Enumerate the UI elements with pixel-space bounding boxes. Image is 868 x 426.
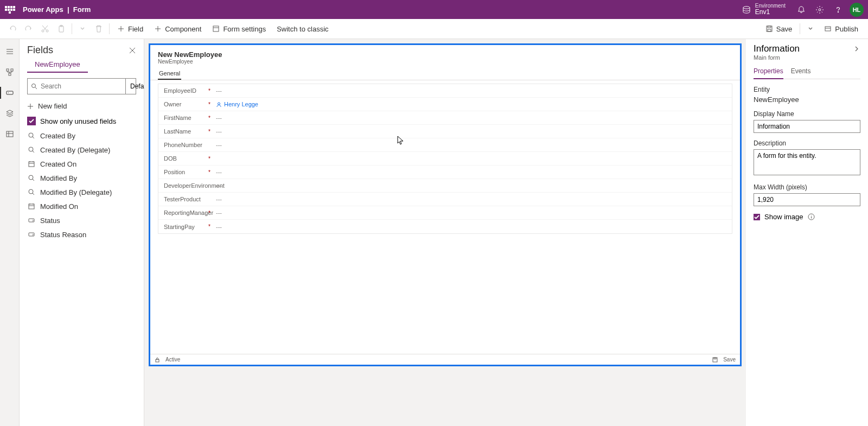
tab-general[interactable]: General [158,68,181,80]
tab-events[interactable]: Events [791,65,811,79]
form-section[interactable]: EmployeeID*---Owner*Henry LeggeFirstName… [158,84,732,234]
field-item[interactable]: Status Reason [20,227,144,241]
paste-dropdown[interactable] [74,21,91,37]
show-image-toggle[interactable]: Show image [754,213,860,221]
field-label: FirstName [164,115,208,121]
field-value: --- [216,182,222,189]
field-label: DeveloperEnvironment [164,182,208,189]
svg-point-4 [46,30,48,32]
svg-rect-7 [213,26,219,31]
fields-panel: Fields NewEmployee Default New field S [20,39,144,426]
field-item-label: Created On [40,160,76,168]
field-item[interactable]: Created By (Delegate) [20,143,144,157]
field-value: --- [216,115,222,121]
field-label: TesterProduct [164,196,208,202]
description-input[interactable] [754,149,860,175]
owner-value: Henry Legge [224,101,258,107]
form-field-row[interactable]: Owner*Henry Legge [158,98,732,111]
svg-rect-27 [156,359,159,362]
publish-button[interactable]: Publish [819,21,864,37]
add-field-button[interactable]: Field [112,21,149,37]
svg-rect-9 [768,26,771,28]
form-field-row[interactable]: TesterProduct--- [158,193,732,206]
field-item-label: Status [40,217,60,225]
form-field-row[interactable]: FirstName*--- [158,111,732,125]
add-component-button[interactable]: Component [149,21,207,37]
field-item-label: Modified By [40,174,77,182]
props-tabs: Properties Events [754,65,860,79]
svg-rect-20 [29,162,34,167]
footer-lock-icon [155,357,160,363]
form-canvas[interactable]: New NewEmployee NewEmployee General Empl… [149,43,742,366]
waffle-icon[interactable] [4,4,15,15]
svg-rect-28 [713,358,717,362]
cut-button[interactable] [37,21,53,37]
notifications-icon[interactable] [792,0,810,19]
entity-label: Entity [754,86,860,93]
field-item[interactable]: Modified By [20,171,144,185]
rail-data-icon[interactable] [0,125,20,143]
chevron-right-icon[interactable] [853,45,860,53]
form-field-row[interactable]: DeveloperEnvironment--- [158,179,732,193]
env-label: Environment [755,3,786,9]
field-item[interactable]: Created On [20,157,144,171]
rail-hamburger[interactable] [0,42,20,61]
svg-point-18 [29,133,33,137]
close-icon[interactable] [129,47,136,54]
maxwidth-label: Max Width (pixels) [754,183,860,191]
tab-properties[interactable]: Properties [754,65,783,79]
save-dropdown[interactable] [802,21,819,37]
footer-save-icon [712,357,718,363]
help-icon[interactable] [829,0,847,19]
settings-icon[interactable] [810,0,829,19]
info-icon [808,213,815,220]
form-field-row[interactable]: EmployeeID*--- [158,84,732,98]
environment-picker[interactable]: Environment Env1 [742,3,786,16]
field-value: --- [216,224,222,230]
form-field-row[interactable]: LastName*--- [158,125,732,138]
canvas-subtitle: NewEmployee [158,59,732,65]
svg-rect-13 [11,69,13,71]
field-label: EmployeeID [164,87,208,94]
search-input[interactable] [41,82,122,90]
redo-button[interactable] [21,21,37,37]
field-item-label: Status Reason [40,231,86,239]
field-item[interactable]: Modified On [20,199,144,213]
switch-classic-button[interactable]: Switch to classic [271,21,334,37]
datetime-icon [27,202,36,211]
canvas-wrap: New NewEmployee NewEmployee General Empl… [144,39,746,426]
display-name-label: Display Name [754,110,860,118]
rail-tree-icon[interactable] [0,63,20,81]
display-name-input[interactable] [754,120,860,133]
form-field-row[interactable]: StartingPay*--- [158,220,732,233]
form-settings-button[interactable]: Form settings [207,21,271,37]
field-item[interactable]: Modified By (Delegate) [20,185,144,199]
rail-components-icon[interactable] [0,104,20,123]
show-unused-toggle[interactable]: Show only unused fields [20,113,144,129]
form-field-row[interactable]: DOB* [158,152,732,166]
lookup-icon [27,174,36,182]
app-title: Power Apps | Form [23,5,91,14]
paste-button[interactable] [53,21,69,37]
form-field-row[interactable]: PhoneNumber--- [158,138,732,152]
save-button[interactable]: Save [760,21,798,37]
svg-point-26 [218,103,220,105]
field-item-label: Created By [40,132,75,140]
rail-fields-icon[interactable] [0,84,20,102]
field-item[interactable]: Status [20,213,144,227]
lookup-icon [27,131,36,140]
svg-rect-11 [825,27,831,31]
field-item[interactable]: Created By [20,129,144,143]
checkbox-checked-icon [27,117,36,125]
form-field-row[interactable]: ReportingManager*--- [158,206,732,220]
undo-button[interactable] [4,21,21,37]
user-avatar[interactable]: HL [850,3,864,17]
search-row: Default [27,78,136,94]
new-field-button[interactable]: New field [20,99,144,113]
entity-name[interactable]: NewEmployee [27,58,88,73]
form-field-row[interactable]: Position*--- [158,166,732,179]
svg-point-21 [29,175,33,180]
environment-icon [742,5,751,14]
delete-button[interactable] [91,21,107,37]
maxwidth-input[interactable] [754,193,860,206]
